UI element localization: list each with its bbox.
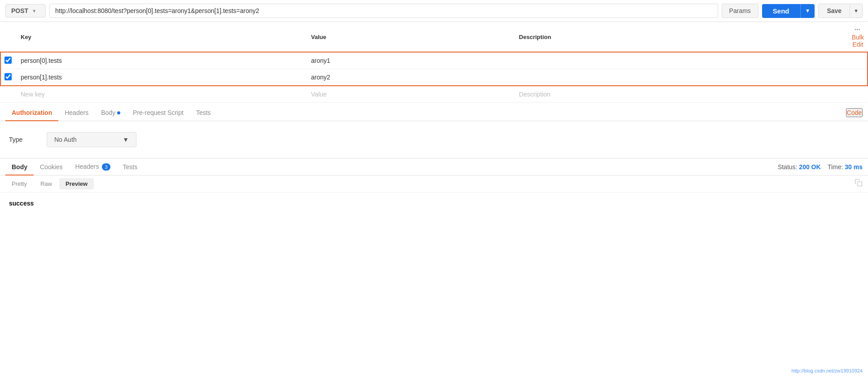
response-content: success xyxy=(9,200,34,207)
auth-type-value: No Auth xyxy=(54,136,77,143)
new-desc-input[interactable] xyxy=(513,86,846,102)
value-col-header: Value xyxy=(306,22,513,52)
send-btn-group: Send ▼ xyxy=(762,4,815,18)
status-label: Status: xyxy=(778,163,798,171)
response-tab-cookies[interactable]: Cookies xyxy=(34,159,69,175)
tab-body[interactable]: Body xyxy=(95,105,127,121)
send-dropdown-button[interactable]: ▼ xyxy=(800,4,815,18)
preview-tab-preview[interactable]: Preview xyxy=(59,178,94,189)
status-value: 200 OK xyxy=(799,163,820,171)
auth-section: Type No Auth ▼ xyxy=(0,121,868,158)
value-cell[interactable] xyxy=(306,69,513,86)
preview-tab-pretty[interactable]: Pretty xyxy=(5,178,33,189)
top-bar: POST ▼ Params Send ▼ Save ▼ xyxy=(0,0,868,22)
checkbox-col-header xyxy=(0,22,15,52)
actions-col-header: ··· Bulk Edit xyxy=(846,22,868,52)
copy-icon[interactable] xyxy=(855,179,863,189)
preview-tabs-bar: Pretty Raw Preview xyxy=(0,175,868,193)
key-col-header: Key xyxy=(15,22,306,52)
response-body: success xyxy=(0,193,868,214)
row2-action xyxy=(846,69,868,86)
tab-authorization[interactable]: Authorization xyxy=(5,105,58,121)
params-table: Key Value Description ··· Bulk Edit xyxy=(0,22,868,103)
method-label: POST xyxy=(11,7,28,14)
time-label: Time: xyxy=(828,163,843,171)
response-tab-body[interactable]: Body xyxy=(5,159,34,175)
tab-pre-request-script[interactable]: Pre-request Script xyxy=(127,105,190,121)
response-tabs-bar: Body Cookies Headers 3 Tests Status: 200… xyxy=(0,158,868,175)
desc-col-header: Description xyxy=(513,22,846,52)
new-action xyxy=(846,86,868,103)
checkbox-cell[interactable] xyxy=(0,52,15,69)
auth-row: Type No Auth ▼ xyxy=(9,132,859,147)
send-button[interactable]: Send xyxy=(762,4,800,18)
response-tab-tests[interactable]: Tests xyxy=(117,159,144,175)
more-icon[interactable]: ··· xyxy=(855,26,860,33)
method-selector[interactable]: POST ▼ xyxy=(5,4,46,18)
url-input[interactable] xyxy=(49,4,718,18)
response-tab-headers[interactable]: Headers 3 xyxy=(69,158,117,175)
key-cell[interactable] xyxy=(15,69,306,86)
save-button[interactable]: Save xyxy=(818,4,850,18)
checkbox-cell[interactable] xyxy=(0,69,15,86)
table-row xyxy=(0,52,868,69)
auth-select-chevron-icon: ▼ xyxy=(123,136,129,143)
response-section: Body Cookies Headers 3 Tests Status: 200… xyxy=(0,158,868,214)
table-row xyxy=(0,69,868,86)
new-value-input[interactable] xyxy=(306,86,513,102)
auth-type-label: Type xyxy=(9,136,36,143)
row1-action xyxy=(846,52,868,69)
time-value: 30 ms xyxy=(845,163,863,171)
row1-checkbox[interactable] xyxy=(4,57,12,64)
code-button[interactable]: Code xyxy=(846,108,863,117)
bulk-edit-button[interactable]: Bulk Edit xyxy=(852,34,864,48)
new-key-input[interactable] xyxy=(15,86,306,102)
params-section: Key Value Description ··· Bulk Edit xyxy=(0,22,868,103)
row1-key-input[interactable] xyxy=(15,53,306,69)
row1-value-input[interactable] xyxy=(306,53,513,69)
svg-rect-0 xyxy=(858,182,862,186)
params-button[interactable]: Params xyxy=(722,4,758,18)
tab-tests[interactable]: Tests xyxy=(190,105,217,121)
row2-key-input[interactable] xyxy=(15,69,306,85)
response-status: Status: 200 OK Time: 30 ms xyxy=(778,163,863,171)
desc-cell[interactable] xyxy=(513,69,846,86)
headers-badge: 3 xyxy=(102,163,110,171)
save-dropdown-button[interactable]: ▼ xyxy=(850,4,863,18)
key-cell[interactable] xyxy=(15,52,306,69)
row2-checkbox[interactable] xyxy=(4,73,12,80)
new-desc-cell[interactable] xyxy=(513,86,846,103)
new-value-cell[interactable] xyxy=(306,86,513,103)
new-checkbox-cell xyxy=(0,86,15,103)
row2-value-input[interactable] xyxy=(306,69,513,85)
body-dot-indicator xyxy=(117,111,120,114)
method-chevron-icon: ▼ xyxy=(32,9,36,13)
new-key-cell[interactable] xyxy=(15,86,306,103)
request-tabs-bar: Authorization Headers Body Pre-request S… xyxy=(0,105,868,121)
value-cell[interactable] xyxy=(306,52,513,69)
save-btn-group: Save ▼ xyxy=(818,4,863,18)
row1-desc-input[interactable] xyxy=(513,53,846,69)
desc-cell[interactable] xyxy=(513,52,846,69)
preview-tab-raw[interactable]: Raw xyxy=(34,178,58,189)
tab-headers[interactable]: Headers xyxy=(58,105,95,121)
new-row xyxy=(0,86,868,103)
row2-desc-input[interactable] xyxy=(513,69,846,85)
auth-type-select[interactable]: No Auth ▼ xyxy=(47,132,136,147)
